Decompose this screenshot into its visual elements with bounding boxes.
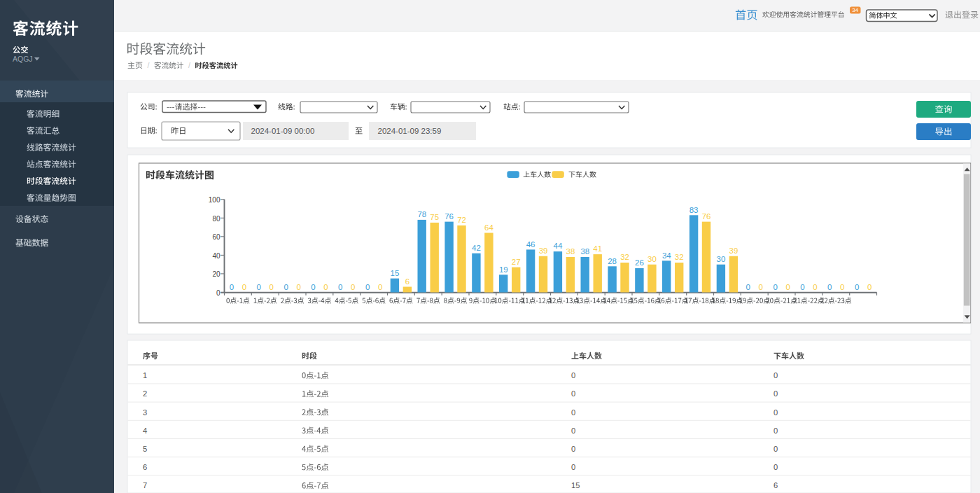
svg-text:6: 6 — [143, 463, 147, 471]
svg-text:0: 0 — [338, 283, 342, 291]
svg-text:64: 64 — [484, 223, 493, 232]
svg-text:0: 0 — [571, 445, 575, 453]
svg-text:30: 30 — [717, 255, 726, 263]
svg-text:2024-01-09 00:00: 2024-01-09 00:00 — [251, 127, 315, 135]
svg-text:0: 0 — [571, 371, 575, 380]
svg-text:44: 44 — [554, 242, 563, 250]
svg-text:100: 100 — [209, 196, 220, 204]
svg-text:30: 30 — [648, 255, 657, 263]
svg-text:0: 0 — [774, 445, 778, 453]
svg-text:80: 80 — [212, 215, 220, 223]
svg-text:0: 0 — [855, 283, 859, 291]
svg-text:0: 0 — [774, 426, 778, 435]
svg-text:/: / — [148, 61, 150, 69]
svg-text:6: 6 — [405, 277, 410, 286]
svg-text:0: 0 — [269, 283, 273, 291]
svg-text:38: 38 — [580, 247, 589, 256]
svg-text:AQGJ: AQGJ — [13, 55, 33, 63]
svg-text:39: 39 — [729, 246, 738, 255]
svg-text:7: 7 — [143, 481, 147, 489]
svg-text:38: 38 — [566, 247, 575, 256]
svg-text:39: 39 — [539, 246, 548, 255]
svg-text:40: 40 — [212, 252, 220, 260]
svg-text:76: 76 — [702, 212, 711, 221]
svg-text:34: 34 — [852, 7, 858, 13]
svg-text:0: 0 — [840, 283, 844, 291]
svg-text:0: 0 — [351, 283, 355, 291]
svg-text:0: 0 — [571, 389, 575, 398]
svg-text:5: 5 — [143, 445, 147, 453]
svg-text:0: 0 — [242, 283, 246, 291]
svg-text:0: 0 — [257, 283, 261, 291]
svg-text:32: 32 — [675, 253, 684, 261]
svg-text:41: 41 — [593, 244, 602, 253]
svg-text:0: 0 — [284, 283, 288, 291]
svg-text:/: / — [188, 61, 190, 69]
svg-text:6: 6 — [774, 481, 778, 489]
svg-text:2024-01-09 23:59: 2024-01-09 23:59 — [378, 127, 442, 135]
svg-text:1: 1 — [143, 371, 147, 380]
svg-text:0: 0 — [800, 283, 804, 291]
svg-text:0: 0 — [827, 283, 832, 291]
svg-text:78: 78 — [417, 210, 426, 218]
svg-text:0: 0 — [774, 371, 778, 380]
svg-text:3: 3 — [143, 408, 147, 417]
svg-text:0: 0 — [571, 408, 575, 417]
svg-text:2: 2 — [143, 389, 147, 398]
svg-text:15: 15 — [571, 481, 580, 489]
svg-text:0: 0 — [571, 463, 575, 471]
svg-text:19: 19 — [499, 265, 508, 274]
svg-text:75: 75 — [430, 213, 439, 221]
svg-text:46: 46 — [526, 240, 536, 249]
svg-text:0: 0 — [378, 283, 382, 291]
svg-text:34: 34 — [662, 251, 671, 260]
svg-text:76: 76 — [444, 212, 454, 221]
svg-text:28: 28 — [608, 257, 617, 265]
svg-text:0: 0 — [746, 283, 750, 291]
svg-text:4: 4 — [143, 426, 147, 435]
svg-text:0: 0 — [867, 283, 872, 291]
svg-text:15: 15 — [391, 269, 400, 277]
svg-text:0: 0 — [773, 283, 777, 291]
svg-text:32: 32 — [620, 253, 629, 261]
svg-text:83: 83 — [690, 206, 699, 214]
svg-text:0: 0 — [774, 389, 778, 398]
svg-text:60: 60 — [212, 233, 220, 241]
svg-text:0: 0 — [785, 283, 790, 291]
svg-text:0: 0 — [230, 283, 234, 291]
svg-text:0: 0 — [774, 463, 778, 471]
svg-text:0: 0 — [296, 283, 300, 291]
svg-text:0: 0 — [813, 283, 817, 291]
svg-text:0: 0 — [365, 283, 370, 291]
svg-text:72: 72 — [457, 216, 466, 224]
svg-text:20: 20 — [212, 270, 220, 278]
svg-text:0: 0 — [311, 283, 315, 291]
svg-text:0: 0 — [774, 408, 778, 417]
svg-text:0: 0 — [323, 283, 328, 291]
svg-text:0: 0 — [758, 283, 762, 291]
svg-text:42: 42 — [472, 244, 481, 252]
svg-text:0: 0 — [571, 426, 575, 435]
svg-text:27: 27 — [512, 258, 521, 266]
svg-text:26: 26 — [635, 258, 644, 267]
svg-text:0: 0 — [216, 289, 220, 297]
